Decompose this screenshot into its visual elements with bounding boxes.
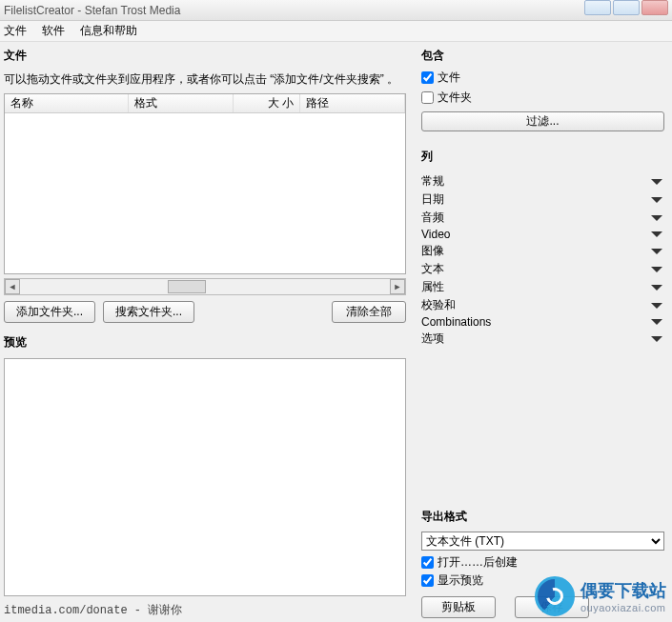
column-item[interactable]: 日期 bbox=[421, 191, 664, 209]
chevron-down-icon bbox=[651, 285, 662, 291]
window-title: FilelistCreator - Stefan Trost Media bbox=[4, 4, 180, 17]
chevron-down-icon bbox=[651, 303, 662, 309]
scroll-thumb[interactable] bbox=[168, 280, 206, 293]
chevron-down-icon bbox=[651, 319, 662, 325]
footer-text: itmedia.com/donate - 谢谢你 bbox=[4, 602, 406, 618]
search-folder-button[interactable]: 搜索文件夹... bbox=[103, 301, 194, 323]
columns-title: 列 bbox=[421, 149, 664, 165]
maximize-button[interactable] bbox=[613, 0, 640, 15]
column-item[interactable]: 文本 bbox=[421, 260, 664, 278]
menu-software[interactable]: 软件 bbox=[42, 23, 65, 39]
scroll-track[interactable] bbox=[20, 280, 390, 293]
column-item-label: 图像 bbox=[421, 243, 444, 259]
column-item[interactable]: 常规 bbox=[421, 172, 664, 191]
files-title: 文件 bbox=[4, 48, 406, 64]
chevron-down-icon bbox=[651, 197, 662, 203]
save-button[interactable]: 保存 bbox=[515, 596, 589, 618]
open-after-checkbox[interactable] bbox=[421, 556, 434, 569]
title-bar: FilelistCreator - Stefan Trost Media bbox=[0, 0, 672, 21]
column-item-label: 音频 bbox=[421, 210, 444, 226]
export-format-select[interactable]: 文本文件 (TXT) bbox=[421, 532, 664, 551]
clipboard-button[interactable]: 剪贴板 bbox=[421, 596, 496, 618]
add-folder-button[interactable]: 添加文件夹... bbox=[4, 301, 95, 323]
column-item-label: Video bbox=[421, 228, 450, 241]
column-item-label: 日期 bbox=[421, 191, 444, 208]
include-folders-checkbox[interactable] bbox=[421, 91, 434, 104]
column-item[interactable]: Video bbox=[421, 227, 664, 242]
show-preview-row[interactable]: 显示预览 bbox=[421, 572, 664, 589]
column-item[interactable]: 图像 bbox=[421, 242, 664, 260]
column-item[interactable]: 选项 bbox=[421, 330, 664, 348]
open-after-row[interactable]: 打开……后创建 bbox=[421, 554, 664, 571]
show-preview-label: 显示预览 bbox=[438, 572, 483, 589]
file-table: 名称 格式 大 小 路径 bbox=[4, 93, 406, 274]
files-hint: 可以拖动文件或文件夹到应用程序，或者你可以点击 “添加文件/文件夹搜索” 。 bbox=[4, 71, 406, 88]
preview-title: 预览 bbox=[4, 334, 406, 351]
col-name[interactable]: 名称 bbox=[5, 94, 129, 112]
chevron-down-icon bbox=[651, 267, 662, 272]
include-files-label: 文件 bbox=[438, 70, 460, 86]
minimize-button[interactable] bbox=[584, 0, 611, 15]
include-files-checkbox[interactable] bbox=[421, 71, 434, 84]
column-item-label: 校验和 bbox=[421, 297, 456, 313]
horizontal-scrollbar[interactable]: ◄ ► bbox=[4, 278, 406, 295]
column-item-label: 属性 bbox=[421, 279, 444, 295]
column-item-label: Combinations bbox=[421, 315, 491, 329]
column-item-label: 选项 bbox=[421, 331, 444, 347]
col-path[interactable]: 路径 bbox=[300, 94, 405, 112]
include-files-row[interactable]: 文件 bbox=[421, 70, 664, 86]
menu-bar: 文件 软件 信息和帮助 bbox=[0, 21, 672, 42]
col-size[interactable]: 大 小 bbox=[234, 94, 300, 112]
filter-button[interactable]: 过滤... bbox=[421, 111, 664, 131]
table-header: 名称 格式 大 小 路径 bbox=[5, 94, 405, 113]
include-folders-label: 文件夹 bbox=[438, 90, 472, 106]
include-folders-row[interactable]: 文件夹 bbox=[421, 90, 664, 106]
scroll-left-icon[interactable]: ◄ bbox=[5, 279, 20, 294]
column-item[interactable]: 属性 bbox=[421, 278, 664, 296]
columns-list: 常规日期音频Video图像文本属性校验和Combinations选项 bbox=[421, 172, 664, 348]
col-format[interactable]: 格式 bbox=[129, 94, 234, 112]
clear-all-button[interactable]: 清除全部 bbox=[332, 301, 406, 323]
menu-file[interactable]: 文件 bbox=[4, 23, 27, 39]
column-item[interactable]: Combinations bbox=[421, 314, 664, 330]
export-title: 导出格式 bbox=[421, 509, 664, 525]
column-item-label: 常规 bbox=[421, 173, 444, 190]
chevron-down-icon bbox=[651, 231, 662, 237]
menu-help[interactable]: 信息和帮助 bbox=[80, 23, 137, 39]
table-body[interactable] bbox=[5, 113, 405, 273]
column-item-label: 文本 bbox=[421, 261, 444, 277]
chevron-down-icon bbox=[651, 249, 662, 254]
chevron-down-icon bbox=[651, 336, 662, 342]
preview-box[interactable] bbox=[4, 358, 406, 596]
show-preview-checkbox[interactable] bbox=[421, 574, 434, 587]
chevron-down-icon bbox=[651, 179, 662, 185]
scroll-right-icon[interactable]: ► bbox=[390, 279, 405, 294]
include-title: 包含 bbox=[421, 48, 664, 64]
open-after-label: 打开……后创建 bbox=[438, 554, 518, 571]
close-button[interactable] bbox=[641, 0, 668, 15]
column-item[interactable]: 音频 bbox=[421, 209, 664, 227]
column-item[interactable]: 校验和 bbox=[421, 296, 664, 314]
chevron-down-icon bbox=[651, 215, 662, 221]
